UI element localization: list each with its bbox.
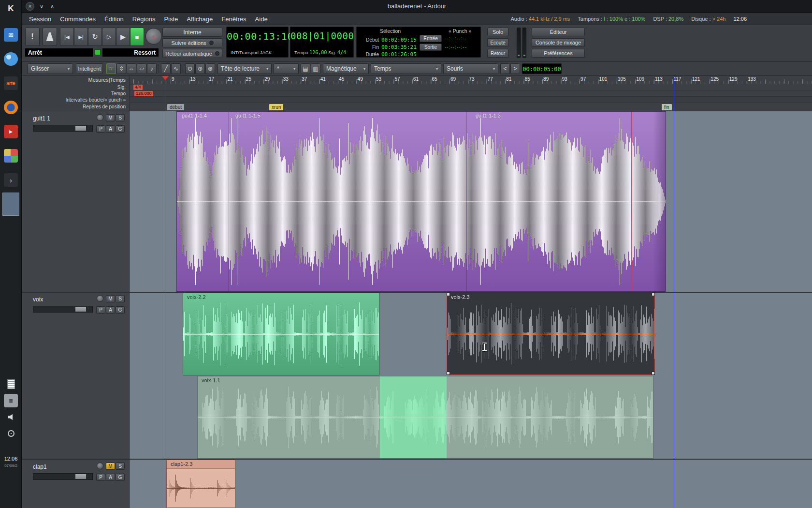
- volume-icon[interactable]: [4, 410, 18, 424]
- menu-session[interactable]: Session: [25, 15, 56, 23]
- playhead[interactable]: [165, 76, 165, 508]
- arte-icon[interactable]: arte: [4, 76, 18, 90]
- region-boundary[interactable]: [229, 112, 229, 291]
- record-button[interactable]: ●: [145, 28, 162, 45]
- trim-tool-button[interactable]: ▱: [137, 63, 146, 74]
- track-name-guit1[interactable]: guit1 1: [33, 115, 50, 122]
- menu-affichage[interactable]: Affichage: [182, 15, 217, 23]
- group-button[interactable]: G: [116, 125, 125, 133]
- shade-up-icon[interactable]: ∧: [48, 2, 57, 11]
- ruler-label-markers[interactable]: Repères de position: [83, 104, 126, 109]
- stretch-tool-button[interactable]: ⇕: [116, 63, 126, 74]
- ruler-label-sig[interactable]: Sig.: [117, 85, 126, 90]
- sync-source-button[interactable]: Interne: [162, 28, 222, 37]
- region-handle[interactable]: [652, 293, 655, 296]
- menu-piste[interactable]: Piste: [160, 15, 182, 23]
- zoom-focus-dropdown[interactable]: Tête de lecture▾: [218, 63, 272, 74]
- meter-ruler[interactable]: 4/4: [130, 84, 812, 90]
- record-arm-button[interactable]: [97, 463, 103, 469]
- fader-handle[interactable]: [75, 307, 86, 312]
- zoom-fit-button[interactable]: ⊛: [205, 63, 215, 74]
- metronome-button[interactable]: [43, 28, 57, 46]
- solo-button[interactable]: S: [116, 295, 125, 302]
- media-player-icon[interactable]: ▶: [4, 125, 18, 138]
- solo-button[interactable]: S: [116, 114, 125, 121]
- tempo-ruler[interactable]: 126.000: [130, 90, 812, 97]
- menu-edition[interactable]: Édition: [100, 15, 128, 23]
- track-name-clap1[interactable]: clap1: [33, 463, 47, 470]
- archive-icon[interactable]: ≣: [4, 394, 18, 407]
- playhead-marker[interactable]: [162, 76, 169, 80]
- bbt-clock[interactable]: 008|01|0000 Tempo 126,00 Sig. 4/4: [290, 27, 354, 58]
- solo-button[interactable]: S: [116, 463, 125, 470]
- region-handle[interactable]: [652, 372, 655, 375]
- gain-fader[interactable]: [33, 125, 93, 132]
- grid-type-dropdown[interactable]: Temps▾: [371, 63, 441, 74]
- smart-mode-button[interactable]: Intelligent: [76, 63, 103, 74]
- region-handle[interactable]: [447, 372, 450, 375]
- mixer-window-button[interactable]: Console de mixage: [532, 38, 585, 47]
- marker-xrun[interactable]: xrun: [269, 104, 283, 110]
- menu-commandes[interactable]: Commandes: [56, 15, 100, 23]
- ruler-label-tempo[interactable]: Tempo: [111, 91, 126, 96]
- region-voix-1-1[interactable]: voix-1.1: [197, 376, 653, 459]
- follow-edits-button[interactable]: Suivre éditions: [162, 38, 222, 47]
- punch-out-button[interactable]: Sortie: [420, 44, 442, 51]
- audition-tool-button[interactable]: ♪: [147, 63, 157, 74]
- record-arm-button[interactable]: [97, 295, 103, 302]
- firefox-icon[interactable]: [4, 101, 18, 114]
- editor-window-button[interactable]: Éditeur: [532, 28, 585, 36]
- loop-button[interactable]: ↻: [88, 28, 102, 46]
- transport-indicator[interactable]: [95, 49, 101, 55]
- ruler-label-loop-punch[interactable]: Intervalles boucle/« punch »: [65, 97, 126, 103]
- goto-end-button[interactable]: ▶|: [74, 28, 88, 46]
- zoom-preset-dropdown[interactable]: *▾: [274, 63, 299, 74]
- region-handle[interactable]: [447, 293, 450, 296]
- zoom-out-button[interactable]: ⊖: [185, 63, 195, 74]
- globe-icon[interactable]: [4, 52, 18, 66]
- punch-in-button[interactable]: Entrée: [420, 35, 442, 42]
- region-guit1[interactable]: guit1 1-1.4 guit1 1-1.5 guit1 1-1.3: [176, 111, 666, 292]
- stop-button[interactable]: ■: [130, 28, 144, 46]
- snap-mode-dropdown[interactable]: Magnétique▾: [323, 63, 369, 74]
- fader-handle[interactable]: [75, 126, 86, 131]
- region-voix-2-3-selected[interactable]: voix-2.3: [447, 293, 655, 375]
- nudge-forward-button[interactable]: >: [510, 63, 520, 74]
- timer-icon[interactable]: [4, 427, 18, 440]
- bars-ruler[interactable]: 9131721252933374145495357616569737781858…: [130, 76, 812, 84]
- tempo-marker[interactable]: 126.000: [134, 91, 153, 96]
- pan-button[interactable]: P: [96, 125, 105, 133]
- punch-out-clock[interactable]: --:--:--:--: [445, 45, 467, 50]
- punch-in-clock[interactable]: --:--:--:--: [445, 36, 467, 41]
- play-selection-button[interactable]: ▷: [102, 28, 116, 46]
- ruler-label-bars[interactable]: Mesures|Temps: [88, 77, 126, 83]
- location-markers-ruler[interactable]: début xrun fin: [130, 103, 812, 111]
- panel-expand-icon[interactable]: ›: [4, 173, 18, 187]
- mouse-mode-dropdown[interactable]: Souris▾: [443, 63, 498, 74]
- range-tool-button[interactable]: ⇔: [127, 63, 136, 74]
- meter-marker[interactable]: 4/4: [133, 85, 143, 90]
- loop-punch-ruler[interactable]: [130, 97, 812, 103]
- menu-regions[interactable]: Régions: [128, 15, 160, 23]
- track-name-voix[interactable]: voix: [33, 296, 43, 303]
- notes-icon[interactable]: [4, 377, 18, 391]
- automation-button[interactable]: A: [106, 125, 115, 133]
- preferences-window-button[interactable]: Préférences: [532, 49, 585, 58]
- midi-panic-button[interactable]: !: [25, 28, 40, 46]
- goto-start-button[interactable]: |◀: [60, 28, 74, 46]
- panel-clock[interactable]: 12:06: [0, 456, 22, 462]
- nudge-back-button[interactable]: <: [500, 63, 510, 74]
- timecode-clock[interactable]: 00:00:13:10 INT/Transport JACK: [226, 27, 289, 58]
- draw-line-tool-button[interactable]: ╱: [161, 63, 171, 74]
- kde-menu-icon[interactable]: K: [4, 2, 18, 15]
- mute-button[interactable]: M: [106, 463, 115, 470]
- grab-tool-button[interactable]: ☞: [106, 63, 116, 74]
- region-voix-2-2[interactable]: voix-2.2: [183, 293, 379, 375]
- automation-button[interactable]: A: [106, 306, 115, 314]
- edit-mode-dropdown[interactable]: Glisser▾: [28, 63, 73, 74]
- play-button[interactable]: ▶: [116, 28, 130, 46]
- menu-aide[interactable]: Aide: [251, 15, 272, 23]
- record-arm-button[interactable]: [97, 114, 103, 121]
- gain-fader[interactable]: [33, 306, 93, 313]
- group-button[interactable]: G: [116, 306, 125, 314]
